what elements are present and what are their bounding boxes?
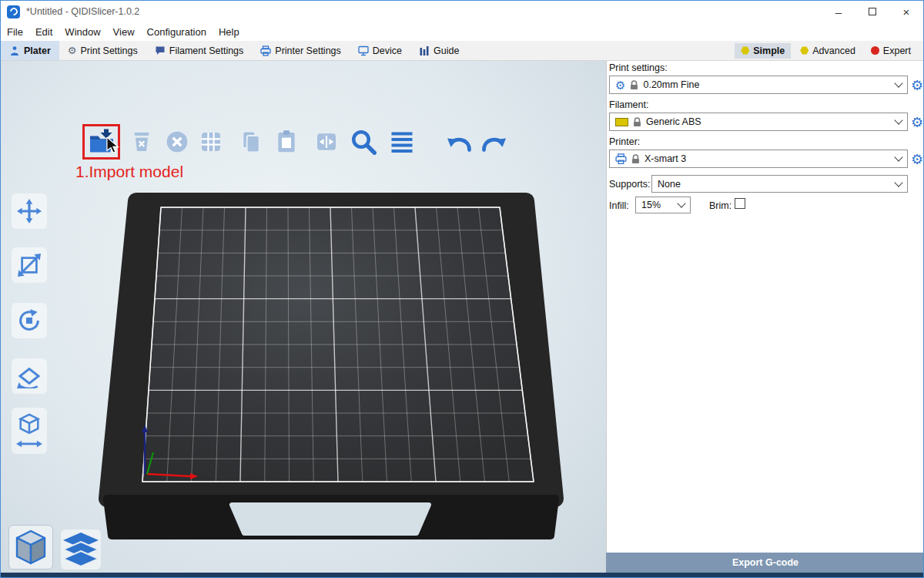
plater-icon xyxy=(9,45,20,56)
scale-tool-button[interactable] xyxy=(12,247,47,283)
infill-dropdown[interactable]: 15% xyxy=(635,197,691,213)
chevron-down-icon xyxy=(677,199,685,207)
mode-selector: Simple Advanced Expert xyxy=(735,41,923,60)
search-icon xyxy=(350,128,377,156)
variable-layer-height-button[interactable] xyxy=(387,127,417,156)
place-on-face-icon xyxy=(17,364,42,388)
tab-print-settings[interactable]: ⚙ Print Settings xyxy=(59,41,146,60)
search-button[interactable] xyxy=(349,127,378,156)
lock-icon xyxy=(631,154,640,164)
menu-configuration[interactable]: Configuration xyxy=(147,26,206,38)
title-bar: *Untitled - QIDISlicer-1.0.2 – × xyxy=(1,1,923,22)
infill-value: 15% xyxy=(641,200,661,210)
brim-label: Brim: xyxy=(709,200,732,211)
advanced-mode-icon xyxy=(800,46,808,55)
print-settings-gear-button[interactable]: ⚙ xyxy=(911,79,923,92)
lock-icon xyxy=(630,80,638,90)
menu-view[interactable]: View xyxy=(113,26,135,38)
lock-icon xyxy=(633,117,641,127)
mode-simple[interactable]: Simple xyxy=(735,43,791,59)
measure-icon xyxy=(16,412,42,449)
printer-value: X-smart 3 xyxy=(644,153,686,164)
print-settings-dropdown[interactable]: ⚙ 0.20mm Fine xyxy=(609,76,908,94)
measure-tool-button[interactable] xyxy=(12,408,47,454)
undo-icon xyxy=(444,128,474,156)
tab-device[interactable]: Device xyxy=(350,41,410,60)
paste-button[interactable] xyxy=(272,127,301,156)
redo-icon xyxy=(480,128,509,156)
cube-3d-icon xyxy=(12,528,49,566)
supports-dropdown[interactable]: None xyxy=(651,175,908,193)
viewport-3d[interactable]: 1.Import model xyxy=(1,61,606,573)
rotate-tool-button[interactable] xyxy=(12,303,47,338)
mode-simple-label: Simple xyxy=(753,45,785,56)
paste-icon xyxy=(274,129,299,154)
print-settings-value: 0.20mm Fine xyxy=(643,79,699,90)
print-settings-label: Print settings: xyxy=(609,62,668,73)
infill-label: Infill: xyxy=(609,200,629,211)
arrange-icon xyxy=(199,129,223,154)
tab-plater[interactable]: Plater xyxy=(1,41,59,60)
tab-filament-settings[interactable]: Filament Settings xyxy=(146,41,253,60)
menu-window[interactable]: Window xyxy=(65,26,100,38)
menu-edit[interactable]: Edit xyxy=(35,26,52,38)
filament-gear-button[interactable]: ⚙ xyxy=(911,116,923,129)
split-icon xyxy=(314,129,339,154)
tab-filament-settings-label: Filament Settings xyxy=(169,45,244,56)
maximize-button[interactable] xyxy=(855,1,889,22)
status-bar xyxy=(1,573,924,578)
filament-color-swatch xyxy=(615,118,628,126)
guide-tab-icon xyxy=(419,45,430,56)
chevron-down-icon xyxy=(894,153,902,161)
delete-icon xyxy=(129,129,154,154)
undo-button[interactable] xyxy=(444,127,474,156)
delete-all-button[interactable] xyxy=(162,127,192,156)
tab-guide-label: Guide xyxy=(434,45,459,56)
printer-dropdown[interactable]: X-smart 3 xyxy=(609,150,908,168)
plate-handle-cutout xyxy=(232,505,429,533)
split-button[interactable] xyxy=(312,127,341,156)
tab-guide[interactable]: Guide xyxy=(410,41,467,60)
tab-printer-settings[interactable]: Printer Settings xyxy=(252,41,349,60)
filament-settings-tab-icon xyxy=(155,45,166,56)
layers-lines-icon xyxy=(387,128,417,156)
chevron-down-icon xyxy=(894,178,902,187)
export-gcode-button[interactable]: Export G-code xyxy=(606,553,924,573)
brim-checkbox[interactable] xyxy=(735,198,745,209)
tab-bar: Plater ⚙ Print Settings Filament Setting… xyxy=(1,41,923,61)
view-layers-button[interactable] xyxy=(61,529,101,570)
minimize-button[interactable]: – xyxy=(822,1,855,22)
mode-advanced[interactable]: Advanced xyxy=(794,43,862,59)
printer-label: Printer: xyxy=(609,136,640,147)
redo-button[interactable] xyxy=(480,127,509,156)
menu-file[interactable]: File xyxy=(7,26,23,38)
supports-label: Supports: xyxy=(609,179,651,190)
tab-print-settings-label: Print Settings xyxy=(80,45,137,56)
supports-value: None xyxy=(658,179,681,190)
move-tool-button[interactable] xyxy=(12,193,47,229)
menu-help[interactable]: Help xyxy=(219,26,239,38)
tab-printer-settings-label: Printer Settings xyxy=(275,45,340,56)
tab-plater-label: Plater xyxy=(24,45,51,56)
window-controls: – × xyxy=(822,1,923,22)
copy-icon xyxy=(239,129,263,154)
mode-advanced-label: Advanced xyxy=(812,45,855,56)
device-tab-icon xyxy=(358,45,369,56)
annotation-import-model: 1.Import model xyxy=(75,163,183,181)
menu-bar: File Edit Window View Configuration Help xyxy=(1,22,923,41)
mode-expert[interactable]: Expert xyxy=(865,43,917,59)
printer-icon xyxy=(615,153,627,164)
tab-device-label: Device xyxy=(373,45,402,56)
close-button[interactable]: × xyxy=(889,1,923,22)
printer-gear-button[interactable]: ⚙ xyxy=(911,153,923,166)
chevron-down-icon xyxy=(894,116,902,124)
copy-button[interactable] xyxy=(236,127,266,156)
layers-stack-icon xyxy=(63,533,99,566)
delete-button[interactable] xyxy=(127,127,156,156)
place-on-face-tool-button[interactable] xyxy=(12,358,47,394)
filament-label: Filament: xyxy=(609,99,648,110)
scale-icon xyxy=(18,254,41,277)
arrange-button[interactable] xyxy=(196,127,226,156)
filament-dropdown[interactable]: Generic ABS xyxy=(609,113,908,131)
view-3d-button[interactable] xyxy=(8,525,53,570)
